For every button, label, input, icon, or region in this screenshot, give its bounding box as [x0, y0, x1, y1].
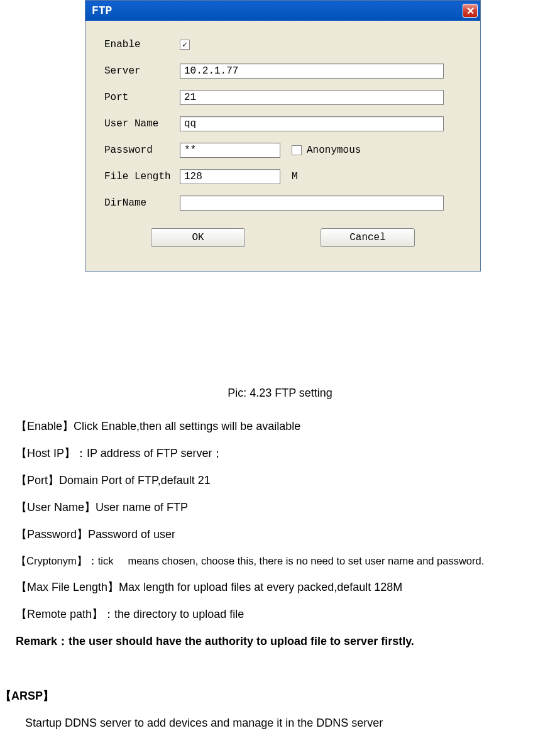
arsp-heading: 【ARSP】: [0, 688, 54, 703]
label-dirname: DirName: [104, 197, 180, 209]
dialog-title: FTP: [92, 4, 112, 17]
arsp-text: Startup DDNS server to add devices and m…: [25, 717, 383, 730]
dirname-input[interactable]: [180, 195, 444, 211]
form-body: Enable ✓ Server Port User Name Password …: [85, 21, 480, 271]
enable-checkbox[interactable]: ✓: [180, 40, 190, 50]
remark-pre: Remark：the user: [16, 635, 116, 647]
desc-maxfile: 【Max File Length】Max length for upload f…: [16, 579, 553, 596]
row-port: Port: [104, 89, 461, 106]
port-input[interactable]: [180, 90, 444, 105]
label-port: Port: [104, 92, 180, 103]
server-input[interactable]: [180, 63, 444, 79]
desc-cryptonym: 【Cryptonym】：tick means chosen, choose th…: [16, 553, 553, 569]
close-icon: ✕: [466, 5, 475, 17]
desc-username: 【User Name】User name of FTP: [16, 499, 553, 516]
desc-enable: 【Enable】Click Enable,then all settings w…: [16, 418, 553, 435]
button-row: OK Cancel: [104, 221, 461, 265]
desc-cryptonym-pre: 【Cryptonym】：tick: [16, 555, 114, 566]
desc-cryptonym-post: means chosen, choose this, there is no n…: [128, 555, 484, 566]
desc-password: 【Password】Password of user: [16, 526, 553, 543]
row-password: Password Anonymous: [104, 141, 461, 159]
row-enable: Enable ✓: [104, 36, 461, 53]
desc-remark: Remark：the user should have the authorit…: [16, 633, 553, 650]
ok-button[interactable]: OK: [151, 228, 245, 247]
label-server: Server: [104, 65, 180, 77]
row-filelength: File Length M: [104, 168, 461, 185]
anonymous-checkbox[interactable]: [292, 145, 302, 155]
filelength-input[interactable]: [180, 169, 280, 184]
cancel-button[interactable]: Cancel: [321, 228, 415, 247]
filelength-unit: M: [292, 171, 298, 182]
figure-caption: Pic: 4.23 FTP setting: [0, 387, 560, 400]
label-anonymous: Anonymous: [307, 145, 361, 156]
remark-mid: should: [116, 635, 153, 647]
close-button[interactable]: ✕: [463, 4, 478, 18]
titlebar: FTP ✕: [85, 1, 480, 21]
row-dirname: DirName: [104, 194, 461, 212]
row-username: User Name: [104, 115, 461, 133]
ftp-dialog: FTP ✕ Enable ✓ Server Port User Name Pas…: [85, 0, 481, 272]
password-input[interactable]: [180, 143, 280, 158]
description-block: 【Enable】Click Enable,then all settings w…: [16, 418, 553, 659]
label-password: Password: [104, 145, 180, 156]
row-server: Server: [104, 62, 461, 80]
username-input[interactable]: [180, 116, 444, 131]
desc-remotepath: 【Remote path】：the directory to upload fi…: [16, 606, 553, 623]
label-enable: Enable: [104, 39, 180, 50]
label-filelength: File Length: [104, 171, 180, 182]
label-username: User Name: [104, 118, 180, 129]
remark-post: have the authority to upload file to ser…: [153, 635, 414, 647]
anonymous-group: Anonymous: [292, 145, 361, 156]
desc-port: 【Port】Domain Port of FTP,default 21: [16, 472, 553, 489]
desc-hostip: 【Host IP】：IP address of FTP server；: [16, 445, 553, 462]
